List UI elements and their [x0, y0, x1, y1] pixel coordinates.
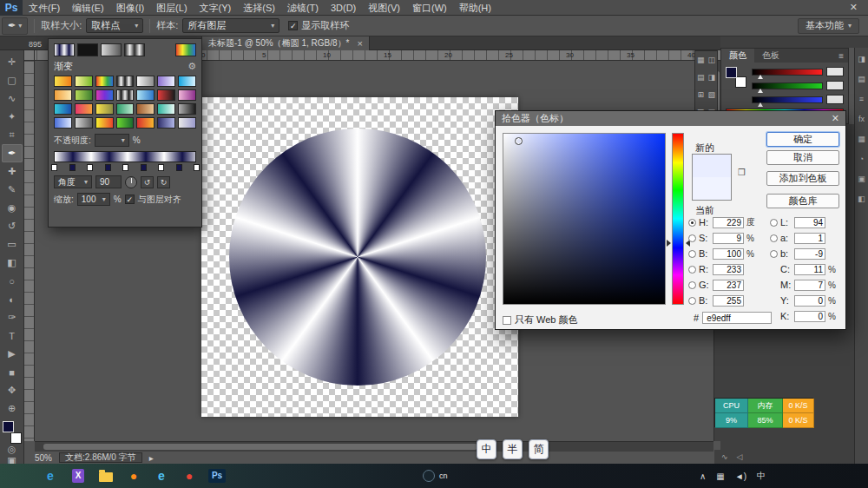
color-slider-value[interactable]	[826, 81, 844, 90]
rotate-ccw-button[interactable]: ↺	[141, 176, 154, 188]
color-slider-track[interactable]	[752, 69, 823, 76]
scrollbar-thumb[interactable]	[43, 444, 477, 450]
field-radio[interactable]	[688, 281, 696, 289]
gradient-preset-thumb[interactable]	[77, 43, 98, 56]
field-input[interactable]: 1	[794, 233, 825, 244]
angle-mode-box[interactable]: 角度 ▾	[54, 175, 92, 188]
path-selection-tool[interactable]: ▶	[2, 345, 23, 363]
color-slider-track[interactable]	[752, 82, 823, 89]
gradient-preset-swatch[interactable]	[157, 103, 175, 115]
gradient-preset-swatch[interactable]	[54, 76, 72, 87]
menu-item[interactable]: 帮助(H)	[453, 0, 497, 16]
field-input[interactable]: 0	[794, 311, 825, 322]
gradient-stop[interactable]	[194, 164, 200, 171]
move-tool[interactable]: ✛	[2, 53, 23, 71]
panel-dock-icon[interactable]: ⊞	[695, 86, 707, 103]
gradient-preset-swatch[interactable]	[136, 117, 155, 129]
panel-dock-icon[interactable]: ▤	[858, 74, 865, 84]
document-canvas[interactable]	[201, 97, 518, 417]
panel-dock-icon[interactable]: ▦	[695, 51, 707, 69]
gradient-preset-swatch[interactable]	[75, 76, 93, 87]
menu-item[interactable]: 滤镜(T)	[281, 0, 325, 16]
ime-button[interactable]: 半	[503, 439, 523, 459]
quick-mask-icon[interactable]: ◎	[8, 444, 16, 455]
ime-button[interactable]: 简	[529, 439, 549, 459]
field-input[interactable]: 233	[713, 264, 744, 275]
panel-dock-icon[interactable]: ◫	[707, 51, 718, 69]
gradient-preset-swatch[interactable]	[136, 89, 155, 101]
workspace-switcher-button[interactable]: 基本功能 ▾	[798, 18, 859, 34]
field-input[interactable]: 7	[794, 280, 825, 291]
gradient-preset-swatch[interactable]	[95, 103, 114, 115]
panel-footer-icon[interactable]: ◁	[737, 452, 743, 461]
field-radio[interactable]	[688, 219, 696, 227]
edge-browser-icon[interactable]: e	[36, 464, 64, 488]
opacity-input[interactable]: ▾	[95, 134, 129, 147]
panel-dock-icon[interactable]: ◧	[858, 194, 865, 204]
panel-fg-bg-swatches[interactable]	[726, 67, 746, 88]
ime-circle-icon[interactable]	[423, 470, 435, 482]
color-slider-handle[interactable]	[758, 75, 763, 79]
menu-item[interactable]: 选择(S)	[237, 0, 281, 16]
color-libraries-button[interactable]: 颜色库	[766, 194, 839, 208]
shape-tool[interactable]: ■	[2, 363, 23, 381]
gradient-preset-swatch[interactable]	[54, 103, 72, 115]
color-field-marker[interactable]	[515, 137, 523, 145]
menu-item[interactable]: 编辑(E)	[66, 0, 110, 16]
field-input[interactable]: 94	[794, 217, 825, 228]
sample-size-dropdown[interactable]: 取样点 ▾	[86, 18, 143, 33]
foreground-color-swatch[interactable]	[3, 421, 14, 432]
ime-button[interactable]: 中	[477, 439, 496, 459]
document-tab[interactable]: 未标题-1 @ 50%（椭圆 1, RGB/8）* ×	[201, 36, 370, 50]
gradient-stop[interactable]	[176, 164, 182, 171]
panel-menu-icon[interactable]: ≡	[834, 51, 848, 61]
blur-tool[interactable]: ○	[2, 272, 23, 290]
gear-icon[interactable]: ⚙	[187, 61, 196, 72]
gradient-preset-thumb[interactable]	[124, 43, 145, 56]
field-input[interactable]: 237	[713, 280, 744, 291]
purple-x-app-icon[interactable]: X	[64, 464, 92, 488]
gradient-preset-swatch[interactable]	[116, 117, 135, 129]
file-explorer-icon[interactable]	[92, 464, 120, 488]
gradient-stop[interactable]	[122, 164, 128, 171]
type-tool[interactable]: T	[2, 326, 23, 345]
tray-icon[interactable]: 中	[757, 470, 766, 482]
panel-footer-icon[interactable]: ∿	[721, 452, 728, 461]
gradient-preset-thumb[interactable]	[175, 43, 196, 56]
foreground-color-swatch[interactable]	[726, 67, 737, 78]
dialog-close-icon[interactable]: ✕	[832, 113, 839, 124]
show-sampling-ring-checkbox[interactable]: ✓ 显示取样环	[288, 19, 349, 32]
gradient-stop[interactable]	[51, 164, 57, 171]
gradient-preset-swatch[interactable]	[136, 76, 155, 87]
tab-color[interactable]: 颜色	[721, 49, 754, 63]
field-radio[interactable]	[688, 266, 696, 274]
hand-tool[interactable]: ✥	[2, 381, 23, 399]
gradient-preset-swatch[interactable]	[116, 89, 135, 101]
field-radio[interactable]	[688, 297, 696, 305]
gradient-preset-swatch[interactable]	[157, 76, 175, 87]
eraser-tool[interactable]: ▭	[2, 235, 23, 254]
dodge-tool[interactable]: ◐	[2, 290, 23, 308]
add-to-swatches-button[interactable]: 添加到色板	[766, 171, 839, 186]
gradient-preset-swatch[interactable]	[157, 89, 175, 101]
sample-dropdown[interactable]: 所有图层 ▾	[182, 18, 279, 33]
menu-item[interactable]: 文件(F)	[23, 0, 66, 16]
tray-icon[interactable]: ∧	[700, 472, 706, 481]
field-input[interactable]: 11	[794, 264, 825, 275]
gradient-preset-swatch[interactable]	[95, 117, 114, 129]
gradient-preset-swatch[interactable]	[54, 89, 72, 101]
gradient-preset-swatch[interactable]	[178, 76, 196, 87]
gradient-preset-swatch[interactable]	[136, 103, 155, 115]
brush-tool[interactable]: ✎	[2, 181, 23, 199]
gradient-stop[interactable]	[69, 164, 76, 171]
angle-dial[interactable]	[125, 176, 137, 188]
saturation-brightness-field[interactable]	[503, 133, 666, 305]
gradient-preset-swatch[interactable]	[157, 117, 175, 129]
gradient-preset-swatch[interactable]	[116, 76, 135, 87]
field-radio[interactable]	[770, 234, 778, 242]
align-checkbox[interactable]: ✓	[125, 195, 135, 204]
crop-tool[interactable]: ⌗	[2, 126, 23, 144]
gradient-preset-swatch[interactable]	[178, 103, 196, 115]
v-ruler[interactable]	[24, 61, 35, 441]
horizontal-scrollbar[interactable]	[35, 441, 713, 452]
